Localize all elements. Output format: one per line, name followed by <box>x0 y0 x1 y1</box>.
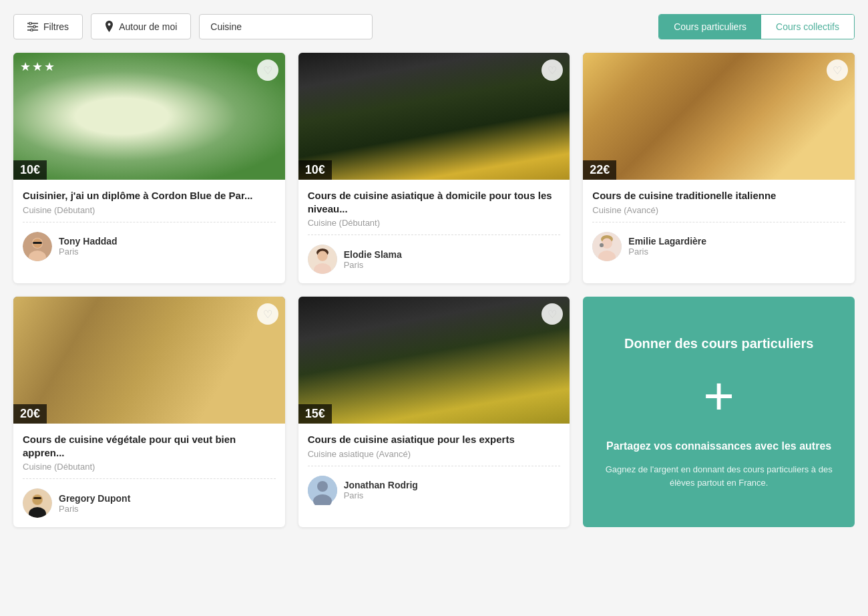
course-card-3[interactable]: 22€ ♡ Cours de cuisine traditionelle ita… <box>583 53 855 283</box>
cta-description: Gagnez de l'argent en donnant des cours … <box>599 463 839 489</box>
tab-group: Cours particuliers Cours collectifs <box>658 14 855 39</box>
location-icon <box>105 21 114 32</box>
cta-subtitle: Partagez vos connaissances avec les autr… <box>606 440 831 452</box>
card-divider-1 <box>23 222 276 222</box>
author-location-1: Paris <box>59 247 118 257</box>
avatar-2 <box>308 245 337 274</box>
tab-collectifs[interactable]: Cours collectifs <box>761 15 854 39</box>
card-body-2: Cours de cuisine asiatique à domicile po… <box>298 180 570 283</box>
author-info-2: Elodie Slama Paris <box>344 249 402 270</box>
course-card-5[interactable]: 15€ ♡ Cours de cuisine asiatique pour le… <box>298 297 570 527</box>
card-author-5: Jonathan Rodrig Paris <box>308 472 561 508</box>
card-body-1: Cuisinier, j'ai un diplôme à Cordon Blue… <box>13 180 285 271</box>
filter-label: Filtres <box>43 21 69 32</box>
svg-rect-4 <box>33 25 35 28</box>
card-body-3: Cours de cuisine traditionelle italienne… <box>583 180 855 271</box>
card-image-2: 10€ ♡ <box>298 53 570 180</box>
svg-rect-10 <box>33 242 42 244</box>
cta-plus-icon: + <box>703 369 734 423</box>
card-title-2: Cours de cuisine asiatique à domicile po… <box>308 189 561 215</box>
card-heart-3[interactable]: ♡ <box>827 59 848 81</box>
card-price-2: 10€ <box>298 160 332 180</box>
card-price-1: 10€ <box>13 160 47 180</box>
author-name-5: Jonathan Rodrig <box>344 480 418 490</box>
author-name-3: Emilie Lagardière <box>628 236 706 247</box>
author-location-5: Paris <box>344 490 418 500</box>
course-card-1[interactable]: ★★★ 10€ ♡ Cuisinier, j'ai un diplôme à C… <box>13 53 285 283</box>
author-name-1: Tony Haddad <box>59 236 118 247</box>
card-title-1: Cuisinier, j'ai un diplôme à Cordon Blue… <box>23 189 276 202</box>
card-body-4: Cours de cuisine végétale pour qui veut … <box>13 424 285 527</box>
filter-button[interactable]: Filtres <box>13 14 83 39</box>
cta-card[interactable]: Donner des cours particuliers + Partagez… <box>583 297 855 527</box>
svg-point-25 <box>33 495 42 504</box>
card-price-5: 15€ <box>298 404 332 424</box>
svg-rect-26 <box>33 497 41 499</box>
card-divider-5 <box>308 466 561 466</box>
card-divider-2 <box>308 235 561 235</box>
avatar-1 <box>23 232 52 261</box>
card-author-1: Tony Haddad Paris <box>23 228 276 264</box>
card-stars-1: ★★★ <box>20 59 56 74</box>
avatar-4 <box>23 488 52 518</box>
card-title-4: Cours de cuisine végétale pour qui veut … <box>23 433 276 459</box>
svg-point-21 <box>600 243 604 247</box>
author-info-3: Emilie Lagardière Paris <box>628 236 706 257</box>
author-location-2: Paris <box>344 260 402 270</box>
card-divider-3 <box>592 222 845 222</box>
card-author-3: Emilie Lagardière Paris <box>592 228 845 264</box>
card-image-4: 20€ ♡ <box>13 297 285 424</box>
card-subtitle-2: Cuisine (Débutant) <box>308 218 561 228</box>
card-subtitle-5: Cuisine asiatique (Avancé) <box>308 449 561 459</box>
card-heart-1[interactable]: ♡ <box>257 59 278 81</box>
card-image-5: 15€ ♡ <box>298 297 570 424</box>
card-heart-4[interactable]: ♡ <box>257 303 278 325</box>
card-divider-4 <box>23 478 276 479</box>
tab-particuliers[interactable]: Cours particuliers <box>659 15 761 39</box>
course-card-4[interactable]: 20€ ♡ Cours de cuisine végétale pour qui… <box>13 297 285 527</box>
search-input[interactable] <box>199 14 373 39</box>
svg-point-28 <box>317 481 328 492</box>
card-price-3: 22€ <box>583 160 616 180</box>
course-grid: ★★★ 10€ ♡ Cuisinier, j'ai un diplôme à C… <box>13 53 855 527</box>
location-button[interactable]: Autour de moi <box>91 13 191 39</box>
toolbar: Filtres Autour de moi Cours particuliers… <box>13 13 855 39</box>
cta-title: Donner des cours particuliers <box>624 335 813 352</box>
svg-point-20 <box>602 238 612 248</box>
card-title-3: Cours de cuisine traditionelle italienne <box>592 189 845 202</box>
course-card-2[interactable]: 10€ ♡ Cours de cuisine asiatique à domic… <box>298 53 570 283</box>
avatar-3 <box>592 232 622 261</box>
author-info-4: Gregory Dupont Paris <box>59 493 130 514</box>
card-subtitle-1: Cuisine (Débutant) <box>23 205 276 215</box>
avatar-5 <box>308 476 337 505</box>
author-info-5: Jonathan Rodrig Paris <box>344 480 418 500</box>
card-price-4: 20€ <box>13 404 47 424</box>
svg-point-15 <box>317 251 327 261</box>
search-wrapper <box>199 14 373 39</box>
author-location-4: Paris <box>59 504 130 514</box>
location-label: Autour de moi <box>119 21 177 32</box>
svg-rect-3 <box>29 22 31 25</box>
card-image-3: 22€ ♡ <box>583 53 855 180</box>
card-title-5: Cours de cuisine asiatique pour les expe… <box>308 433 561 446</box>
card-body-5: Cours de cuisine asiatique pour les expe… <box>298 424 570 514</box>
card-author-2: Elodie Slama Paris <box>308 241 561 277</box>
card-image-1: ★★★ 10€ ♡ <box>13 53 285 180</box>
card-subtitle-3: Cuisine (Avancé) <box>592 205 845 215</box>
author-info-1: Tony Haddad Paris <box>59 236 118 257</box>
card-author-4: Gregory Dupont Paris <box>23 484 276 520</box>
author-name-2: Elodie Slama <box>344 249 402 260</box>
card-subtitle-4: Cuisine (Débutant) <box>23 462 276 472</box>
svg-rect-5 <box>31 29 33 31</box>
filter-icon <box>27 22 38 31</box>
author-name-4: Gregory Dupont <box>59 493 130 504</box>
author-location-3: Paris <box>628 247 706 257</box>
